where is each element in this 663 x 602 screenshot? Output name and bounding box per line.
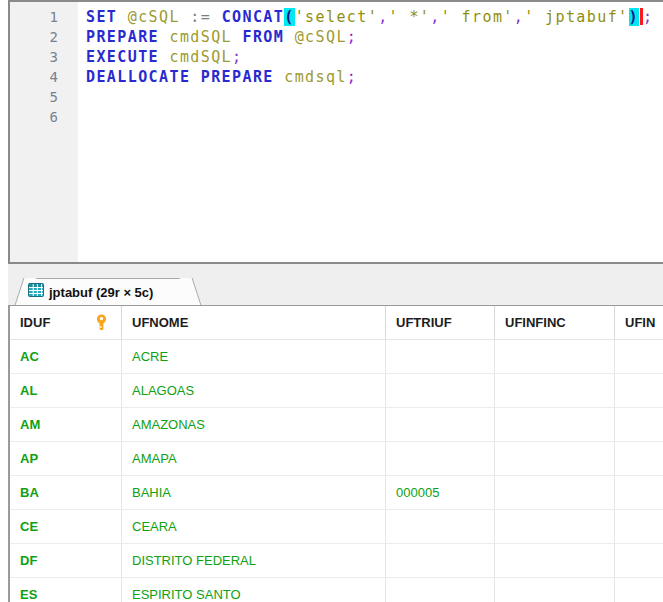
column-header-iduf[interactable]: IDUF <box>10 306 122 339</box>
cell[interactable]: CEARA <box>122 510 386 543</box>
code-token <box>117 8 127 26</box>
table-row[interactable]: AMAMAZONAS <box>10 408 663 442</box>
cell[interactable]: DF <box>10 544 122 577</box>
code-token: , <box>378 8 388 26</box>
cell[interactable]: BAHIA <box>122 476 386 509</box>
cell[interactable]: ACRE <box>122 340 386 373</box>
cell[interactable]: ES <box>10 578 122 602</box>
cell[interactable]: AMAZONAS <box>122 408 386 441</box>
cell[interactable] <box>495 476 615 509</box>
cell[interactable] <box>386 442 495 475</box>
column-header-label: UFTRIUF <box>396 315 452 330</box>
results-tab-bar: jptabuf (29r × 5c) <box>8 264 663 305</box>
table-row[interactable]: CECEARA <box>10 510 663 544</box>
code-token <box>274 68 284 86</box>
code-token: @cSQL <box>295 28 347 46</box>
sql-code-area[interactable]: SET @cSQL := CONCAT('select',' *',' from… <box>78 2 663 262</box>
cell[interactable] <box>615 442 663 475</box>
cell[interactable]: BA <box>10 476 122 509</box>
cell[interactable] <box>495 442 615 475</box>
code-token: ; <box>347 68 357 86</box>
table-row[interactable]: ESESPIRITO SANTO <box>10 578 663 602</box>
column-header-label: UFIN <box>625 315 655 330</box>
cell[interactable] <box>386 340 495 373</box>
code-token <box>190 68 200 86</box>
cell[interactable]: AMAPA <box>122 442 386 475</box>
code-token: PREPARE <box>86 28 159 46</box>
table-row[interactable]: DFDISTRITO FEDERAL <box>10 544 663 578</box>
cell[interactable]: 000005 <box>386 476 495 509</box>
cell[interactable] <box>386 544 495 577</box>
code-line[interactable] <box>86 107 663 127</box>
code-token: cmdsql <box>284 68 347 86</box>
cell[interactable] <box>495 408 615 441</box>
code-token <box>159 28 169 46</box>
grid-body: ACACREALALAGOASAMAMAZONASAPAMAPABABAHIA0… <box>10 340 663 602</box>
cell[interactable] <box>386 578 495 602</box>
column-header-ufnome[interactable]: UFNOME <box>122 306 386 339</box>
cell[interactable] <box>615 374 663 407</box>
cell[interactable] <box>615 578 663 602</box>
code-token: , <box>514 8 524 26</box>
table-grid-icon <box>28 282 44 302</box>
table-row[interactable]: BABAHIA000005 <box>10 476 663 510</box>
code-token: := <box>190 8 211 26</box>
cell[interactable] <box>615 510 663 543</box>
code-token <box>180 8 190 26</box>
result-tab-label: jptabuf (29r × 5c) <box>49 285 153 300</box>
cell[interactable] <box>495 510 615 543</box>
cell[interactable] <box>495 544 615 577</box>
column-header-label: UFINFINC <box>505 315 566 330</box>
cell[interactable]: ALAGOAS <box>122 374 386 407</box>
code-token: cmdSQL <box>169 48 232 66</box>
cell[interactable]: DISTRITO FEDERAL <box>122 544 386 577</box>
cell[interactable] <box>615 476 663 509</box>
line-number: 2 <box>10 27 78 47</box>
sql-editor[interactable]: 123456 SET @cSQL := CONCAT('select',' *'… <box>8 0 663 264</box>
line-number: 1 <box>10 7 78 27</box>
code-line[interactable]: DEALLOCATE PREPARE cmdsql; <box>86 67 663 87</box>
cell[interactable]: ESPIRITO SANTO <box>122 578 386 602</box>
cell[interactable]: AC <box>10 340 122 373</box>
heidisql-window: 123456 SET @cSQL := CONCAT('select',' *'… <box>0 0 663 602</box>
code-token: ( <box>284 8 294 26</box>
line-number: 5 <box>10 87 78 107</box>
cell[interactable] <box>386 374 495 407</box>
column-header-ufinfinc[interactable]: UFINFINC <box>495 306 615 339</box>
cell[interactable] <box>495 578 615 602</box>
table-row[interactable]: APAMAPA <box>10 442 663 476</box>
cell[interactable] <box>495 374 615 407</box>
code-token: ' from' <box>441 8 514 26</box>
cell[interactable]: CE <box>10 510 122 543</box>
line-number: 4 <box>10 67 78 87</box>
table-row[interactable]: ACACRE <box>10 340 663 374</box>
code-line[interactable] <box>86 87 663 107</box>
cell[interactable]: AL <box>10 374 122 407</box>
column-header-ufin[interactable]: UFIN <box>615 306 663 339</box>
cell[interactable] <box>386 408 495 441</box>
grid-header-row: IDUF UFNOMEUFTRIUFUFINFINCUFIN <box>10 306 663 340</box>
cell[interactable] <box>386 510 495 543</box>
code-token: EXECUTE <box>86 48 159 66</box>
column-header-label: UFNOME <box>132 315 188 330</box>
line-number: 6 <box>10 107 78 127</box>
results-grid[interactable]: IDUF UFNOMEUFTRIUFUFINFINCUFIN ACACREALA… <box>8 305 663 602</box>
cell[interactable]: AP <box>10 442 122 475</box>
result-tab-jptabuf[interactable]: jptabuf (29r × 5c) <box>24 278 192 305</box>
cell[interactable]: AM <box>10 408 122 441</box>
cell[interactable] <box>615 408 663 441</box>
code-token: cmdSQL <box>169 28 232 46</box>
code-token: 'select' <box>295 8 378 26</box>
cell[interactable] <box>495 340 615 373</box>
code-token <box>284 28 294 46</box>
cell[interactable] <box>615 544 663 577</box>
code-token: @cSQL <box>128 8 180 26</box>
code-line[interactable]: EXECUTE cmdSQL; <box>86 47 663 67</box>
cell[interactable] <box>615 340 663 373</box>
column-header-label: IDUF <box>20 315 50 330</box>
code-line[interactable]: SET @cSQL := CONCAT('select',' *',' from… <box>86 7 663 27</box>
code-token: , <box>430 8 440 26</box>
table-row[interactable]: ALALAGOAS <box>10 374 663 408</box>
code-line[interactable]: PREPARE cmdSQL FROM @cSQL; <box>86 27 663 47</box>
column-header-uftriuf[interactable]: UFTRIUF <box>386 306 495 339</box>
